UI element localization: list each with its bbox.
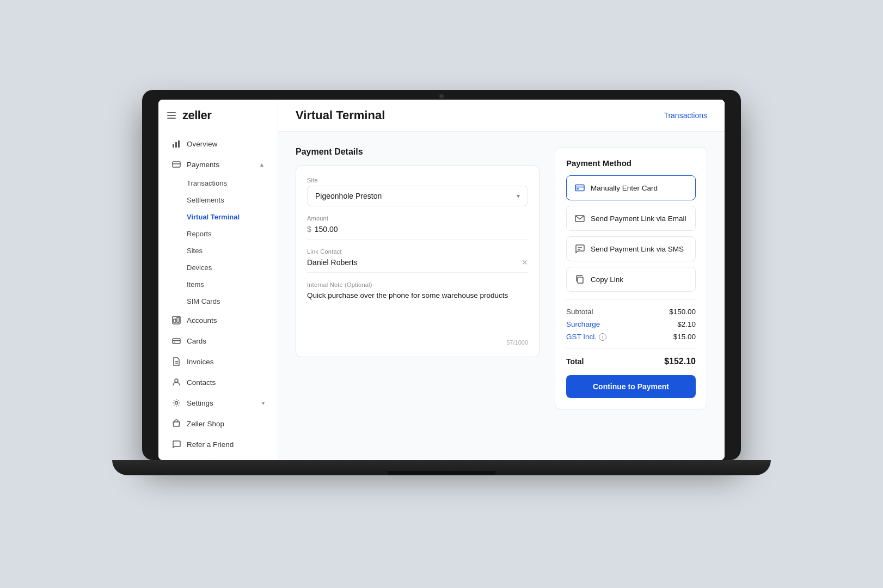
continue-to-payment-button[interactable]: Continue to Payment [566, 375, 696, 398]
sidebar-item-help[interactable]: Help [163, 455, 273, 460]
gst-label[interactable]: GST Incl. [566, 333, 597, 341]
svg-rect-0 [173, 144, 174, 148]
sidebar-item-items[interactable]: Items [163, 277, 273, 292]
chevron-down-icon: ▾ [262, 400, 265, 406]
chevron-down-icon: ▾ [517, 192, 520, 200]
sidebar-item-settings-label: Settings [187, 399, 256, 407]
clear-icon[interactable]: ✕ [522, 258, 528, 267]
sidebar-item-devices[interactable]: Devices [163, 260, 273, 275]
hamburger-menu[interactable] [167, 112, 176, 119]
chat-icon [171, 439, 181, 449]
char-count: 57/1000 [307, 339, 528, 346]
internal-note-input[interactable]: Quick purchase over the phone for some w… [307, 290, 528, 328]
total-value: $152.10 [664, 357, 696, 366]
amount-input[interactable] [315, 224, 528, 235]
sidebar-item-transactions[interactable]: Transactions [163, 175, 273, 191]
sidebar-item-settlements[interactable]: Settlements [163, 192, 273, 208]
svg-rect-3 [173, 162, 180, 167]
sidebar-item-items-label: Items [187, 280, 204, 289]
sidebar-item-accounts[interactable]: Accounts [163, 310, 273, 330]
link-contact-input[interactable] [307, 257, 522, 268]
sidebar-item-contacts[interactable]: Contacts [163, 372, 273, 392]
sidebar-item-sim-cards[interactable]: SIM Cards [163, 293, 273, 309]
sidebar: zeller Overview [158, 100, 278, 460]
site-label: Site [307, 177, 528, 183]
sidebar-item-contacts-label: Contacts [187, 378, 265, 387]
total-label: Total [566, 357, 584, 366]
sidebar-item-payments-label: Payments [187, 161, 254, 169]
site-select[interactable]: Pigeonhole Preston ▾ [307, 186, 528, 206]
pm-option-send-email-label: Send Payment Link via Email [591, 215, 686, 223]
laptop-base [112, 460, 771, 475]
svg-rect-23 [578, 277, 583, 283]
pm-option-send-sms[interactable]: Send Payment Link via SMS [566, 236, 696, 261]
sidebar-item-sim-cards-label: SIM Cards [187, 297, 220, 305]
subtotal-row: Subtotal $150.00 [566, 308, 696, 316]
sidebar-item-invoices[interactable]: Invoices [163, 352, 273, 371]
sidebar-item-overview[interactable]: Overview [163, 134, 273, 154]
email-icon [574, 213, 585, 224]
card-rect-icon [171, 336, 181, 346]
payment-method-card: Payment Method Man [555, 147, 707, 409]
internal-note-label: Internal Note (Optional) [307, 281, 528, 288]
surcharge-label[interactable]: Surcharge [566, 320, 600, 328]
gst-row: GST Incl. i $15.00 [566, 333, 696, 341]
sidebar-item-settings[interactable]: Settings ▾ [163, 393, 273, 413]
sidebar-item-reports[interactable]: Reports [163, 226, 273, 242]
pm-option-send-email[interactable]: Send Payment Link via Email [566, 206, 696, 231]
surcharge-value: $2.10 [677, 320, 696, 328]
gear-icon [171, 398, 181, 408]
copy-icon [574, 274, 585, 285]
sidebar-item-cards[interactable]: Cards [163, 331, 273, 351]
sidebar-item-transactions-label: Transactions [187, 179, 227, 187]
transactions-link[interactable]: Transactions [664, 111, 707, 120]
svg-rect-7 [177, 317, 179, 322]
sidebar-item-refer[interactable]: Refer a Friend [163, 434, 273, 454]
internal-note-field-group: Internal Note (Optional) Quick purchase … [307, 281, 528, 328]
total-divider [566, 348, 696, 349]
sidebar-item-sites[interactable]: Sites [163, 243, 273, 259]
main-body: Payment Details Site Pigeonhole Preston … [278, 132, 725, 460]
svg-rect-17 [575, 185, 584, 191]
sidebar-item-refer-label: Refer a Friend [187, 440, 265, 449]
gst-info-icon[interactable]: i [599, 333, 606, 341]
pm-option-manually-enter-card-label: Manually Enter Card [591, 184, 658, 192]
link-contact-row: ✕ [307, 257, 528, 273]
sidebar-item-virtual-terminal-label: Virtual Terminal [187, 213, 240, 221]
summary-divider [566, 299, 696, 300]
payment-method-section: Payment Method Man [555, 147, 707, 445]
payment-details-title: Payment Details [296, 147, 539, 157]
svg-rect-19 [577, 188, 579, 189]
pm-option-manually-enter-card[interactable]: Manually Enter Card [566, 175, 696, 200]
sidebar-item-settlements-label: Settlements [187, 196, 224, 204]
site-field-group: Site Pigeonhole Preston ▾ [307, 177, 528, 206]
link-contact-label: Link Contact [307, 248, 528, 255]
main-header: Virtual Terminal Transactions [278, 100, 725, 132]
svg-rect-10 [174, 342, 175, 343]
sidebar-item-devices-label: Devices [187, 264, 212, 272]
surcharge-row: Surcharge $2.10 [566, 320, 696, 328]
sms-icon [574, 243, 585, 254]
gst-value: $15.00 [673, 333, 696, 341]
total-row: Total $152.10 [566, 357, 696, 366]
pm-option-copy-link[interactable]: Copy Link [566, 267, 696, 292]
sidebar-header: zeller [158, 108, 278, 133]
amount-prefix: $ [307, 225, 311, 234]
svg-point-14 [175, 402, 178, 405]
sidebar-item-reports-label: Reports [187, 230, 212, 238]
svg-rect-6 [174, 319, 176, 322]
bar-chart-icon [171, 139, 181, 149]
camera [439, 94, 444, 99]
pm-option-copy-link-label: Copy Link [591, 275, 623, 284]
payment-details-form: Site Pigeonhole Preston ▾ Amount [296, 166, 539, 357]
main-content: Virtual Terminal Transactions Payment De… [278, 100, 725, 460]
payment-method-title: Payment Method [566, 158, 696, 168]
sidebar-item-zeller-shop[interactable]: Zeller Shop [163, 414, 273, 433]
svg-rect-1 [175, 142, 177, 148]
link-contact-field-group: Link Contact ✕ [307, 248, 528, 273]
svg-rect-2 [178, 140, 180, 148]
sidebar-item-payments[interactable]: Payments ▲ [163, 155, 273, 174]
site-select-value: Pigeonhole Preston [315, 192, 382, 200]
sidebar-item-virtual-terminal[interactable]: Virtual Terminal [163, 209, 273, 225]
pm-option-send-sms-label: Send Payment Link via SMS [591, 245, 684, 253]
